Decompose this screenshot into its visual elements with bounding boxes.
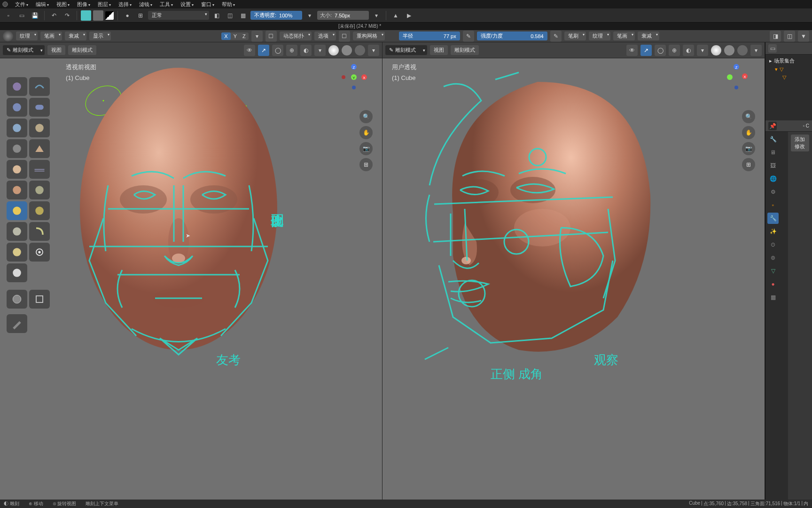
blend-mode-dropdown[interactable]: 正常 (148, 11, 209, 20)
axis-y-btn[interactable]: Y (231, 32, 240, 40)
options-dropdown[interactable]: 选项 (314, 32, 336, 40)
prop-tab-output[interactable]: 🖥 (767, 147, 779, 158)
menu-edit[interactable]: 编辑▾ (32, 1, 53, 8)
texture2-dropdown[interactable]: 纹理 (589, 32, 610, 40)
stroke2-dropdown[interactable]: 笔画 (613, 32, 635, 40)
mirror-h-icon[interactable]: ▲ (390, 10, 401, 21)
outliner-object[interactable]: ▽ (767, 73, 810, 81)
remesh-toggle[interactable]: ☐ (339, 31, 350, 42)
prop-tab-modifier[interactable]: 🔧 (767, 213, 779, 224)
overlay2-icon-r[interactable]: ⊕ (669, 45, 680, 56)
axis-x-btn[interactable]: X (221, 32, 230, 40)
menu-layer[interactable]: 图层▾ (94, 1, 115, 8)
props-pin-icon[interactable]: 📌 (768, 122, 777, 130)
shading-dropdown-icon-r[interactable]: ▾ (697, 45, 708, 56)
draw-sharp-tool[interactable] (29, 77, 50, 96)
blob-brush-tool[interactable] (7, 139, 27, 158)
perspective-icon[interactable]: ⊞ (359, 158, 373, 171)
prop-tab-object[interactable]: ▫ (767, 199, 779, 211)
mode-selector-left[interactable]: ✎ 雕刻模式 (3, 45, 45, 55)
clay-brush-tool[interactable] (7, 98, 27, 117)
remesh-dropdown[interactable]: 重构网格 (353, 32, 385, 40)
dyntopo-dropdown[interactable]: 动态拓扑 (280, 32, 312, 40)
shading-matcap-icon-r[interactable] (737, 45, 748, 56)
brush-size-input[interactable]: 大小:7.50px (317, 11, 369, 20)
crease-brush-tool[interactable] (29, 139, 50, 158)
dyntopo-toggle[interactable]: ☐ (265, 31, 277, 42)
new-file-icon[interactable]: ▫ (3, 10, 14, 21)
axis-z-btn[interactable]: Z (240, 32, 249, 40)
shading-solid-icon[interactable] (342, 45, 352, 56)
shading-wire-icon[interactable] (328, 45, 339, 56)
elastic-brush-tool[interactable] (7, 222, 27, 241)
prop-tab-scene[interactable]: 🌐 (767, 173, 779, 184)
prop-tab-texture[interactable]: ▦ (767, 292, 779, 303)
mask-brush-tool[interactable] (7, 263, 27, 282)
annotate-tool[interactable] (7, 314, 27, 333)
menu-select[interactable]: 选择▾ (115, 1, 135, 8)
strength-pressure-icon[interactable]: ✎ (550, 31, 562, 42)
background-color-swatch[interactable] (93, 10, 103, 21)
brush-preset-icon[interactable]: ● (122, 10, 133, 21)
strength-input[interactable]: 强度/力度0.584 (477, 32, 547, 40)
falloff2-dropdown[interactable]: 衰减 (638, 32, 659, 40)
menu-help[interactable]: 帮助▾ (218, 1, 239, 8)
size-dropdown-icon[interactable]: ▾ (371, 10, 382, 21)
menu-file[interactable]: 文件▾ (11, 1, 32, 8)
pinch-brush-tool[interactable] (7, 201, 27, 220)
opacity-dropdown-icon[interactable]: ▾ (304, 10, 315, 21)
prop-tab-constraints[interactable]: ⊚ (767, 252, 779, 263)
save-file-icon[interactable]: 💾 (29, 10, 40, 21)
perspective-icon-r[interactable]: ⊞ (742, 158, 755, 171)
menu-filter[interactable]: 滤镜▾ (135, 1, 156, 8)
display-dropdown[interactable]: 显示 (89, 32, 111, 40)
menu-window[interactable]: 窗口▾ (197, 1, 218, 8)
add-modifier-button[interactable]: 添加修改 (791, 135, 810, 151)
filter-icon[interactable]: ▼ (798, 31, 809, 42)
texture-dropdown[interactable]: 纹理 (16, 32, 38, 40)
shading-render-icon[interactable]: ▾ (368, 45, 379, 56)
stroke-dropdown[interactable]: 笔画 (40, 32, 62, 40)
inflate-brush-tool[interactable] (29, 119, 50, 137)
clay-strips-tool[interactable] (29, 98, 50, 117)
thumb-brush-tool[interactable] (7, 243, 27, 262)
flatten-brush-tool[interactable] (29, 160, 50, 179)
opacity-input[interactable]: 不透明度:100% (250, 11, 302, 20)
xray-icon-r[interactable]: ◐ (683, 45, 694, 56)
foreground-color-swatch[interactable] (81, 10, 91, 21)
xray-icon[interactable]: ◐ (300, 45, 312, 56)
pan-icon-r[interactable]: ✋ (742, 126, 755, 139)
brush-preview-icon[interactable] (3, 31, 13, 41)
grid-icon[interactable]: ⊞ (135, 10, 146, 21)
redo-icon[interactable]: ↷ (62, 10, 73, 21)
shading-wire-icon-r[interactable] (711, 45, 721, 56)
prop-tab-data[interactable]: ▽ (767, 265, 779, 277)
alpha-lock-icon[interactable]: ◫ (224, 10, 235, 21)
grab-brush-tool[interactable] (29, 201, 50, 220)
snake-hook-tool[interactable] (29, 222, 50, 241)
prop-tab-render[interactable]: 🔧 (767, 134, 779, 145)
menu-view[interactable]: 视图▾ (53, 1, 73, 8)
shading-dropdown-icon[interactable]: ▾ (314, 45, 326, 56)
undo-icon[interactable]: ↶ (48, 10, 60, 21)
prop-tab-physics[interactable]: ⊙ (767, 239, 779, 250)
zoom-icon[interactable]: 🔍 (359, 110, 373, 123)
rotate-brush-tool[interactable] (29, 243, 50, 262)
menu-settings[interactable]: 设置▾ (177, 1, 197, 8)
box-mask-tool[interactable] (7, 290, 27, 309)
navigation-gizmo-left[interactable]: Z Y X (340, 63, 368, 91)
menu-image[interactable]: 图像▾ (73, 1, 94, 8)
zoom-icon-r[interactable]: 🔍 (742, 110, 755, 123)
prop-tab-view[interactable]: 🖼 (767, 160, 779, 171)
fill-brush-tool[interactable] (7, 181, 27, 199)
swap-colors-icon[interactable] (105, 11, 114, 20)
shading-solid-icon-r[interactable] (724, 45, 734, 56)
draw-brush-tool[interactable] (7, 77, 27, 96)
navigation-gizmo-right[interactable]: Z X (722, 63, 750, 91)
radius-pressure-icon[interactable]: ✎ (463, 31, 474, 42)
outliner-collection[interactable]: ▾▽ (767, 65, 810, 73)
open-file-icon[interactable]: ▭ (16, 10, 27, 21)
layer-brush-tool[interactable] (7, 119, 27, 137)
prop-tab-material[interactable]: ● (767, 278, 779, 290)
camera-icon-r[interactable]: 📷 (742, 142, 755, 155)
